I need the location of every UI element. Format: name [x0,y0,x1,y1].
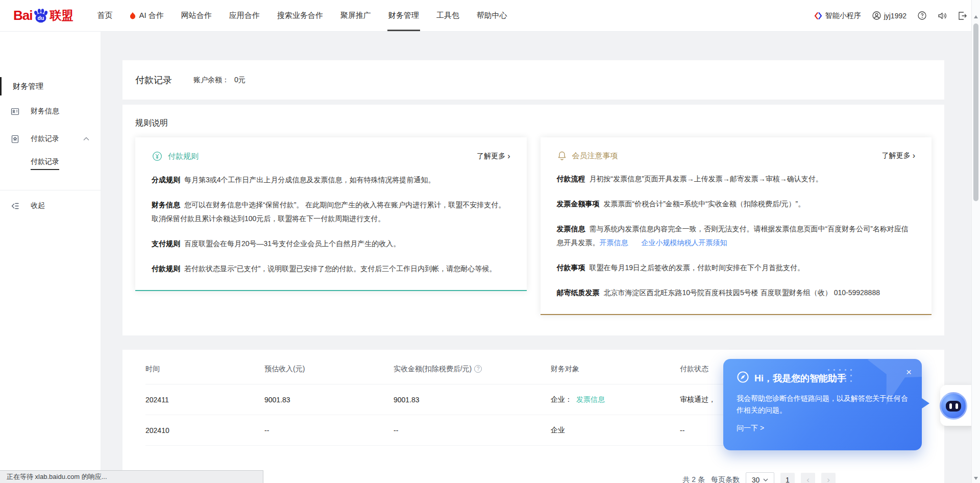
baidu-paw-icon: du [33,8,49,23]
scrollbar-thumb[interactable] [973,23,978,201]
help-tooltip-icon[interactable]: ? [474,365,482,373]
rule-item: 付款事项联盟在每月19日之后签收的发票，付款时间安排在下个月首批支付。 [557,261,916,275]
rule-item: 发票信息需与系统内发票信息内容完全一致，否则无法支付。请根据发票信息页面中“百度… [557,222,916,250]
learn-more-link[interactable]: 了解更多› [477,152,510,161]
nav-item-label: 网站合作 [181,11,212,20]
rule-item: 邮寄纸质发票北京市海淀区西北旺东路10号院百度科技园5号楼 百度联盟财务组（收）… [557,286,916,300]
chevron-right-icon: › [507,152,510,160]
finance-object: 企业 [551,426,565,434]
prev-page-button[interactable]: ‹ [801,473,815,483]
payment-rules-icon [152,151,163,162]
rule-item-text: 月初按“发票信息”页面开具发票→上传发票→邮寄发票→审核→确认支付。 [590,175,823,183]
finance-object: 企业： [551,395,572,403]
nav-item[interactable]: 聚屏推广 [332,0,380,32]
learn-more-link[interactable]: 了解更多› [882,151,915,160]
flame-icon [130,12,136,19]
nav-item[interactable]: 搜索业务合作 [268,0,332,32]
smart-program-label: 智能小程序 [825,11,861,20]
nav-item[interactable]: 财务管理 [380,0,428,32]
sidebar-item[interactable]: 财务信息 [0,98,101,125]
page-title: 付款记录 [135,74,172,86]
rule-item-text: 每月第3或4个工作日产出上月分成信息及发票信息，如有特殊情况将提前通知。 [184,176,435,184]
baidu-union-logo[interactable]: Bai du 联盟 [13,8,73,23]
page-size-value: 30 [752,476,760,483]
nav-item[interactable]: AI 合作 [121,0,172,32]
scroll-down-arrow[interactable] [974,477,978,480]
assistant-title: Hi，我是您的智能助手 [754,372,846,384]
smart-mini-program-link[interactable]: 智能小程序 [814,11,861,20]
top-navigation-bar: Bai du 联盟 首页AI 合作网站合作应用合作搜索业务合作聚屏推广财务管理工… [0,0,980,32]
payment-record-icon [11,135,22,143]
invoice-info-link[interactable]: 发票信息 [576,395,605,403]
rule-item-text: 您可以在财务信息中选择“保留付款”。 在此期间您产生的收入将在账户内进行累计，联… [152,201,505,223]
assistant-robot-button[interactable] [940,392,967,420]
rule-item-label: 付款规则 [152,264,180,273]
rule-item-label: 财务信息 [152,201,180,209]
close-icon[interactable]: × [906,367,912,377]
sidebar-collapse-button[interactable]: 收起 [0,196,101,216]
nav-item-label: 聚屏推广 [340,11,371,20]
page-size-select[interactable]: 30 [746,472,774,483]
rule-item-text: 北京市海淀区西北旺东路10号院百度科技园5号楼 百度联盟财务组（收） 010-5… [604,288,880,297]
column-header: 实收金额(扣除税费后/元)? [394,365,551,374]
learn-more-label: 了解更多 [477,152,505,161]
svg-text:du: du [38,15,44,21]
sidebar-subitem-payment-records[interactable]: 付款记录 [0,153,101,174]
member-notice-icon [557,151,567,161]
collapse-label: 收起 [31,201,45,210]
column-header: 预估收入(元) [264,365,394,374]
nav-item[interactable]: 应用合作 [220,0,268,32]
rule-item-link[interactable]: 开票信息 [600,238,628,247]
table-cell: -- [394,426,551,434]
table-cell: -- [264,426,394,434]
sound-icon[interactable] [938,12,947,20]
nav-item-label: 搜索业务合作 [277,11,323,20]
page-number-button[interactable]: 1 [780,473,795,483]
rule-item: 发票金额事项发票票面“价税合计”金额=系统中“实收金额（扣除税费后/元）”。 [557,197,916,211]
help-icon[interactable] [918,11,926,20]
balance-label: 账户余额： [193,76,229,85]
learn-more-label: 了解更多 [882,151,911,160]
rule-item: 付款规则若付款状态显示“已支付”，说明联盟已安排了您的付款。支付后三个工作日内到… [152,262,510,276]
rule-card-title: 付款规则 [168,152,199,161]
rule-card: 会员注意事项了解更多›付款流程月初按“发票信息”页面开具发票→上传发票→邮寄发票… [541,137,932,315]
compass-icon [737,371,749,385]
rule-item: 分成规则每月第3或4个工作日产出上月分成信息及发票信息，如有特殊情况将提前通知。 [152,173,510,187]
nav-item[interactable]: 网站合作 [173,0,220,32]
sidebar-section-title[interactable]: 财务管理 [0,77,101,96]
rule-item: 财务信息您可以在财务信息中选择“保留付款”。 在此期间您产生的收入将在账户内进行… [152,198,510,226]
rule-item-text: 百度联盟会在每月20号—31号支付企业会员上个自然月产生的收入。 [184,239,400,248]
smart-program-icon [814,12,822,20]
sidebar-item[interactable]: 付款记录 [0,125,101,153]
ask-link[interactable]: 问一下 > [737,424,909,433]
sidebar: 财务管理 财务信息付款记录 付款记录 收起 [0,32,101,483]
nav-item-label: AI 合作 [139,11,163,20]
next-page-button[interactable]: › [821,473,836,483]
rule-item-label: 分成规则 [152,176,180,184]
sidebar-item-label: 付款记录 [31,134,59,143]
username: jyj1992 [884,12,906,20]
logo-union-text: 联盟 [50,8,73,23]
rule-item-label: 付款流程 [557,175,585,183]
user-account[interactable]: jyj1992 [872,11,906,20]
logo-bai-text: Bai [13,8,32,23]
rule-cards: 付款规则了解更多›分成规则每月第3或4个工作日产出上月分成信息及发票信息，如有特… [135,137,932,315]
nav-item[interactable]: 工具包 [428,0,468,32]
rule-card-title: 会员注意事项 [572,151,618,161]
logout-icon[interactable] [958,12,967,20]
sidebar-item-label: 财务信息 [31,107,59,116]
rule-item-label: 付款事项 [557,263,585,272]
finance-info-icon [11,107,22,116]
rule-item-text: 若付款状态显示“已支付”，说明联盟已安排了您的付款。支付后三个工作日内到帐，请您… [184,264,496,273]
rules-section-title: 规则说明 [135,118,932,129]
rule-item-text: 发票票面“价税合计”金额=系统中“实收金额（扣除税费后/元）”。 [604,200,805,208]
column-header-label: 实收金额(扣除税费后/元) [394,365,472,374]
scroll-up-arrow[interactable] [974,15,978,18]
status-text: 正在等待 xlab.baidu.com 的响应... [7,472,107,481]
nav-item[interactable]: 帮助中心 [468,0,516,32]
vertical-scrollbar[interactable] [971,0,980,483]
nav-item-label: 应用合作 [229,11,260,20]
nav-item[interactable]: 首页 [88,0,121,32]
table-cell: 202411 [145,396,264,404]
rule-item-link[interactable]: 企业小规模纳税人开票须知 [642,238,727,247]
